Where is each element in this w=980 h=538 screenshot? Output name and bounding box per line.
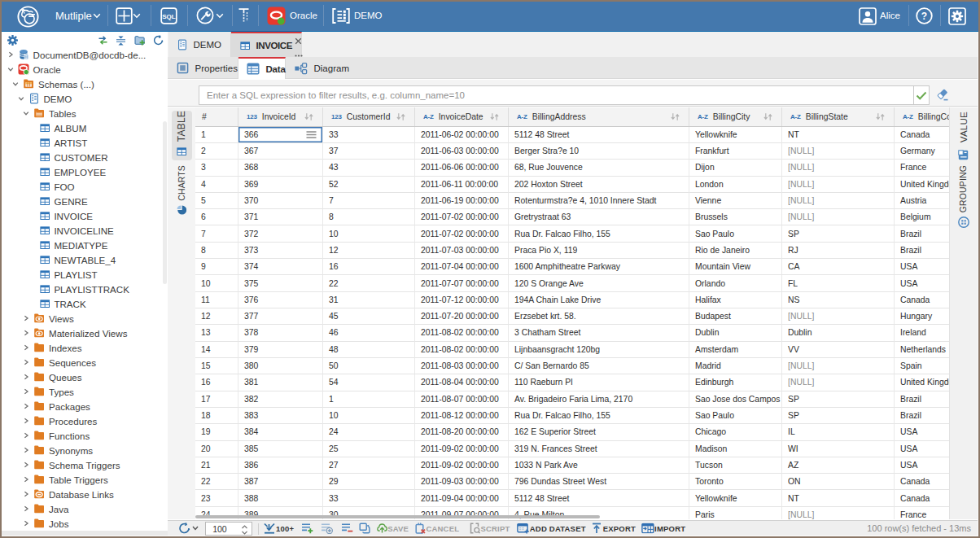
svg-text:?: ? <box>921 11 927 22</box>
svg-text:SQL: SQL <box>162 13 176 20</box>
